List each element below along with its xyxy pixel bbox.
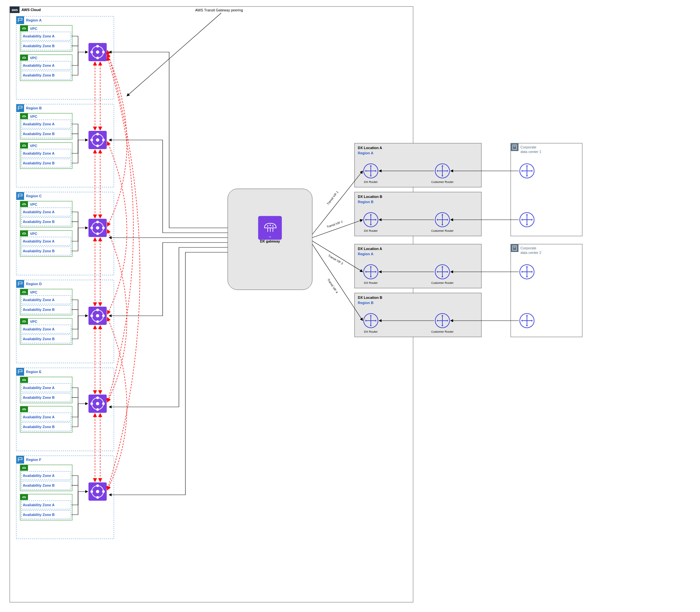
svg-text:Availability Zone B: Availability Zone B (23, 73, 55, 77)
svg-text:Availability Zone B: Availability Zone B (23, 161, 55, 165)
tgw-peering-adjacent (95, 62, 100, 482)
svg-text:VPC: VPC (30, 115, 38, 119)
svg-text:DX Location B: DX Location B (358, 295, 382, 300)
svg-text:Customer Router: Customer Router (431, 180, 454, 184)
tgw-icon-e (88, 394, 107, 413)
svg-text:VPC: VPC (30, 203, 38, 206)
region-a: Region A VPC Availability Zone A Availab… (16, 16, 114, 99)
svg-text:data center 2: data center 2 (520, 251, 541, 254)
svg-text:Region D: Region D (26, 282, 42, 286)
diagram-canvas: aws AWS Cloud AWS Transit Gateway peerin… (0, 0, 700, 612)
svg-text:Availability Zone B: Availability Zone B (23, 249, 55, 253)
region-f: Region F Availability Zone A Availabilit… (16, 456, 114, 539)
aws-cloud-box (10, 6, 413, 602)
datacenter-1: Corporate data center 2 (511, 244, 582, 337)
svg-text:DX Location A: DX Location A (358, 146, 382, 150)
svg-text:Availability Zone A: Availability Zone A (23, 474, 55, 477)
region-e: Region E Availability Zone A Availabilit… (16, 368, 114, 451)
svg-text:DX Router: DX Router (364, 180, 378, 184)
svg-text:Availability Zone A: Availability Zone A (23, 239, 55, 243)
svg-text:VPC: VPC (30, 144, 38, 148)
svg-text:DX Router: DX Router (364, 229, 378, 233)
svg-text:Transit VIF 3: Transit VIF 3 (328, 254, 343, 265)
svg-point-22 (267, 225, 268, 226)
svg-text:VPC: VPC (30, 232, 38, 236)
svg-point-23 (270, 225, 271, 226)
peering-label: AWS Transit Gateway peering (195, 8, 243, 12)
tgw-icon-b (88, 131, 107, 149)
svg-text:Region A: Region A (358, 252, 373, 256)
svg-text:Availability Zone B: Availability Zone B (23, 132, 55, 136)
svg-rect-135 (511, 143, 582, 236)
svg-text:Availability Zone A: Availability Zone A (23, 327, 55, 331)
svg-text:VPC: VPC (30, 320, 38, 323)
dx-location-1: DX Location B Region B DX Router Custome… (355, 192, 482, 236)
svg-text:Availability Zone A: Availability Zone A (23, 210, 55, 214)
svg-text:Availability Zone B: Availability Zone B (23, 513, 55, 517)
svg-text:Customer Router: Customer Router (431, 330, 454, 333)
svg-text:Availability Zone A: Availability Zone A (23, 151, 55, 155)
svg-text:Availability Zone A: Availability Zone A (23, 298, 55, 302)
svg-text:Availability Zone A: Availability Zone A (23, 64, 55, 67)
svg-text:DX Router: DX Router (364, 281, 378, 284)
peering-pointer (127, 13, 221, 96)
svg-text:DX Location B: DX Location B (358, 195, 382, 198)
svg-text:VPC: VPC (30, 290, 38, 294)
aws-cloud-label: AWS Cloud (22, 8, 41, 12)
datacenter-0: Corporate data center 1 (511, 143, 582, 236)
svg-text:Transit VIF 2: Transit VIF 2 (326, 220, 343, 228)
svg-text:Availability Zone B: Availability Zone B (23, 308, 55, 311)
tgw-icon-c (88, 219, 107, 237)
svg-text:Availability Zone A: Availability Zone A (23, 503, 55, 507)
dx-location-2: DX Location A Region A DX Router Custome… (355, 244, 482, 288)
tgw-peering-skip (108, 51, 140, 490)
svg-rect-138 (511, 244, 582, 337)
tgw-to-dxg (109, 52, 228, 495)
svg-text:VPC: VPC (30, 56, 38, 60)
svg-text:Customer Router: Customer Router (431, 281, 454, 284)
region-b: Region B VPC Availability Zone A Availab… (16, 104, 114, 187)
svg-text:Corporate: Corporate (520, 145, 537, 149)
svg-text:Customer Router: Customer Router (431, 229, 454, 233)
region-c: Region C VPC Availability Zone A Availab… (16, 192, 114, 275)
svg-text:DX Location A: DX Location A (358, 247, 382, 251)
svg-text:Availability Zone A: Availability Zone A (23, 34, 55, 38)
svg-text:Availability Zone A: Availability Zone A (23, 386, 55, 390)
svg-text:Availability Zone B: Availability Zone B (23, 220, 55, 224)
svg-text:VPC: VPC (30, 27, 38, 31)
svg-text:Availability Zone A: Availability Zone A (23, 415, 55, 419)
svg-text:Availability Zone B: Availability Zone B (23, 425, 55, 429)
svg-text:Availability Zone B: Availability Zone B (23, 337, 55, 341)
svg-text:Region F: Region F (26, 458, 41, 462)
tgw-icon-f (88, 483, 107, 501)
svg-text:Region C: Region C (26, 194, 42, 198)
svg-text:DX Router: DX Router (364, 330, 378, 333)
svg-point-24 (272, 225, 274, 226)
svg-text:Region B: Region B (358, 301, 373, 305)
svg-text:Region E: Region E (26, 370, 42, 374)
svg-rect-18 (260, 217, 281, 237)
svg-text:Availability Zone B: Availability Zone B (23, 44, 55, 48)
svg-text:Region A: Region A (358, 151, 373, 155)
svg-text:Corporate: Corporate (520, 246, 537, 250)
svg-text:Availability Zone B: Availability Zone B (23, 483, 55, 487)
svg-text:Availability Zone A: Availability Zone A (23, 122, 55, 126)
svg-text:Availability Zone B: Availability Zone B (23, 395, 55, 400)
region-d: Region D VPC Availability Zone A Availab… (16, 280, 114, 363)
dx-location-3: DX Location B Region B DX Router Custome… (355, 293, 482, 337)
svg-text:aws: aws (12, 8, 18, 12)
dx-gateway-label: DX gateway (260, 239, 281, 243)
svg-text:Region A: Region A (26, 18, 42, 22)
az-tgw-links (72, 36, 88, 515)
svg-text:data center 1: data center 1 (520, 150, 541, 154)
svg-text:Region B: Region B (26, 106, 42, 110)
svg-text:Region B: Region B (358, 200, 373, 204)
svg-text:Transit VIF 4: Transit VIF 4 (327, 278, 338, 294)
tgw-icon-d (88, 307, 107, 325)
dx-location-0: DX Location A Region A DX Router Custome… (355, 143, 482, 187)
tgw-icon-a (88, 43, 107, 61)
